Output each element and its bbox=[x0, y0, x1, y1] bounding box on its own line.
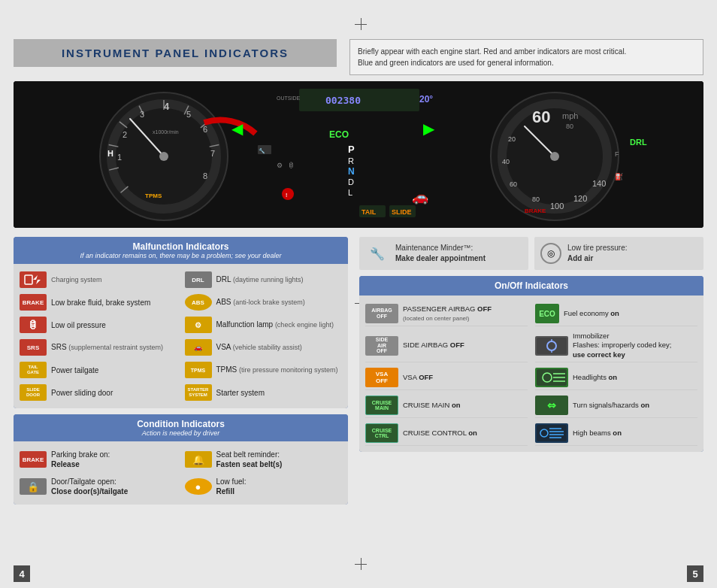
indicator-tpms: TPMS TPMS (tire pressure monitoring syst… bbox=[185, 360, 343, 380]
svg-text:BRAKE: BRAKE bbox=[525, 208, 546, 214]
svg-text:R: R bbox=[348, 156, 354, 165]
condition-grid: BRAKE Parking brake on:Release 🔔 Seat be… bbox=[14, 441, 348, 505]
svg-text:002380: 002380 bbox=[325, 95, 361, 106]
indicator-abs: ABS ABS (anti-lock brake system) bbox=[185, 292, 343, 312]
onoff-grid: AIRBAGOFF PASSENGER AIRBAG OFF(located o… bbox=[359, 296, 703, 452]
svg-text:🚗: 🚗 bbox=[412, 189, 429, 205]
starter-icon: STARTERSYSTEM bbox=[185, 384, 212, 401]
tire-icon: ◎ bbox=[540, 243, 561, 264]
condition-header: Condition Indicators Action is needed by… bbox=[14, 414, 348, 441]
svg-text:OUTSIDE: OUTSIDE bbox=[277, 95, 300, 101]
parking-brake-icon: BRAKE bbox=[20, 451, 47, 468]
indicator-tailgate: TAILGATE Power tailgate bbox=[20, 360, 177, 380]
vsa-off-text: VSA OFF bbox=[403, 373, 433, 382]
malfunction-subtitle: If an indicator remains on, there may be… bbox=[21, 252, 340, 259]
indicator-oil: 🛢 Low oil pressure bbox=[20, 315, 177, 335]
svg-text:D: D bbox=[348, 177, 354, 186]
svg-text:x1000r/min: x1000r/min bbox=[153, 129, 179, 135]
tpms-text: TPMS (tire pressure monitoring system) bbox=[216, 365, 338, 375]
svg-text:4: 4 bbox=[164, 101, 170, 112]
immobilizer-text: ImmobilizerFlashes: improperly coded key… bbox=[573, 332, 671, 359]
tailgate-icon: TAILGATE bbox=[20, 362, 47, 378]
malfunction-grid: Charging system DRL DRL (daytime running… bbox=[20, 270, 342, 402]
drl-icon: DRL bbox=[185, 271, 212, 288]
onoff-high-beams: High beams on bbox=[535, 421, 697, 446]
charging-text: Charging system bbox=[51, 274, 102, 285]
svg-text:60: 60 bbox=[510, 180, 517, 188]
info-text-line2: Blue and green indicators are used for g… bbox=[358, 59, 554, 67]
onoff-immobilizer: ImmobilizerFlashes: improperly coded key… bbox=[535, 329, 697, 362]
svg-text:L: L bbox=[348, 188, 352, 197]
seatbelt-icon: 🔔 bbox=[185, 451, 212, 468]
malfunction-lamp-text: Malfunction lamp (check engine light) bbox=[216, 320, 334, 330]
svg-text:140: 140 bbox=[592, 179, 606, 188]
onoff-section: On/Off Indicators AIRBAGOFF PASSENGER AI… bbox=[359, 276, 703, 452]
svg-text:3: 3 bbox=[140, 110, 144, 119]
svg-text:2: 2 bbox=[123, 130, 127, 139]
vsa-off-icon: VSAOFF bbox=[365, 368, 398, 387]
malfunction-header: Malfunction Indicators If an indicator r… bbox=[14, 237, 348, 264]
brake-text: Low brake fluid, brake system bbox=[51, 298, 150, 308]
svg-text:TPMS: TPMS bbox=[145, 192, 162, 199]
svg-text:▶: ▶ bbox=[423, 120, 435, 137]
oil-icon: 🛢 bbox=[20, 317, 47, 333]
vsa-icon: 🚗 bbox=[185, 339, 212, 356]
svg-point-22 bbox=[159, 152, 168, 161]
svg-text:◀: ◀ bbox=[231, 120, 244, 137]
svg-point-62 bbox=[282, 188, 294, 200]
charging-icon bbox=[20, 271, 47, 288]
condition-title: Condition Indicators bbox=[21, 419, 340, 429]
svg-text:F: F bbox=[615, 150, 619, 158]
high-beams-icon bbox=[535, 423, 568, 443]
wrench-icon: 🔧 bbox=[365, 241, 389, 265]
svg-text:SLIDE: SLIDE bbox=[392, 208, 412, 216]
info-text-line1: Briefly appear with each engine start. R… bbox=[358, 47, 626, 56]
headlights-icon bbox=[535, 368, 568, 387]
svg-text:H: H bbox=[107, 149, 113, 158]
onoff-vsa: VSAOFF VSA OFF bbox=[365, 365, 528, 390]
indicator-srs: SRS SRS (supplemental restraint system) bbox=[20, 338, 177, 357]
svg-text:40: 40 bbox=[502, 158, 510, 165]
malfunction-body: Charging system DRL DRL (daytime running… bbox=[14, 264, 348, 408]
svg-text:20: 20 bbox=[508, 135, 516, 143]
srs-icon: SRS bbox=[20, 339, 47, 356]
cruise-main-text: CRUISE MAIN on bbox=[403, 401, 461, 410]
svg-text:mph: mph bbox=[562, 111, 578, 120]
bottom-right-panel: 🔧 Maintenance Minder™: Make dealer appoi… bbox=[359, 237, 703, 565]
svg-text:P: P bbox=[348, 144, 355, 155]
onoff-eco: ECO Fuel economy on bbox=[535, 302, 697, 326]
passenger-airbag-text: PASSENGER AIRBAG OFF(located on center p… bbox=[403, 305, 492, 323]
dashboard-image: 1 2 3 4 5 6 7 8 x1000r/min TPMS H ◀ 0023… bbox=[14, 81, 703, 228]
title-section: INSTRUMENT PANEL INDICATORS bbox=[14, 39, 337, 67]
maintenance-row: 🔧 Maintenance Minder™: Make dealer appoi… bbox=[359, 237, 703, 270]
info-box: Briefly appear with each engine start. R… bbox=[349, 39, 703, 75]
onoff-side-airbag: SIDEAIROFF SIDE AIRBAG OFF bbox=[365, 329, 528, 362]
brake-icon: BRAKE bbox=[20, 294, 47, 311]
cruise-main-icon: CRUISEMAIN bbox=[365, 396, 398, 415]
crosshair-top-center bbox=[355, 18, 367, 30]
svg-rect-66 bbox=[25, 275, 32, 284]
indicator-malfunction-lamp: ⚙ Malfunction lamp (check engine light) bbox=[185, 315, 343, 335]
tpms-icon: TPMS bbox=[185, 362, 212, 378]
turn-signals-icon: ⇔ bbox=[535, 396, 568, 415]
onoff-cruise-main: CRUISEMAIN CRUISE MAIN on bbox=[365, 393, 528, 418]
abs-icon: ABS bbox=[185, 294, 212, 311]
svg-text:⚙: ⚙ bbox=[277, 162, 283, 169]
indicator-starter: STARTERSYSTEM Starter system bbox=[185, 383, 343, 402]
fuel-icon: ● bbox=[185, 478, 212, 495]
onoff-headlights: Headlights on bbox=[535, 365, 697, 390]
svg-text:DRL: DRL bbox=[630, 138, 647, 147]
door-icon: 🔒 bbox=[20, 478, 47, 495]
svg-text:80: 80 bbox=[532, 195, 540, 203]
headlights-text: Headlights on bbox=[573, 373, 617, 382]
sliding-door-icon: SLIDEDOOR bbox=[20, 384, 47, 401]
cruise-control-text: CRUISE CONTROL on bbox=[403, 429, 477, 438]
tailgate-text: Power tailgate bbox=[51, 365, 98, 375]
svg-text:🔧: 🔧 bbox=[259, 147, 265, 154]
svg-text:100: 100 bbox=[550, 202, 564, 211]
door-text: Door/Tailgate open:Close door(s)/tailgat… bbox=[51, 477, 128, 496]
svg-text:60: 60 bbox=[532, 108, 550, 126]
eco-text: Fuel economy on bbox=[564, 309, 619, 318]
svg-text:ECO: ECO bbox=[329, 129, 349, 140]
svg-rect-77 bbox=[537, 425, 567, 441]
